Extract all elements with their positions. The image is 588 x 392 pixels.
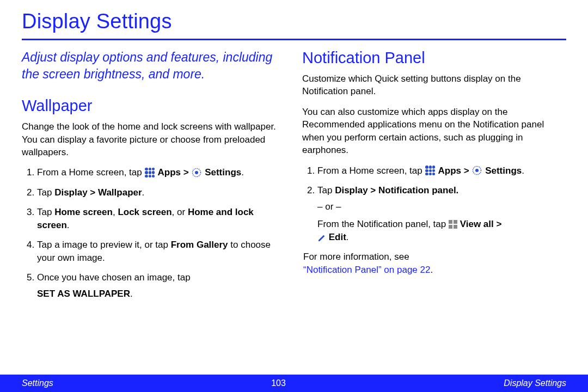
wallpaper-heading: Wallpaper: [22, 97, 286, 115]
svg-point-3: [475, 169, 479, 172]
view-all-icon: [449, 220, 457, 229]
wallpaper-step-4: Tap a image to preview it, or tap From G…: [37, 238, 286, 265]
notification-heading: Notification Panel: [302, 49, 566, 67]
footer-left: Settings: [22, 378, 53, 388]
notification-more-info: For more information, see “Notification …: [302, 250, 566, 277]
notification-step-1: From a Home screen, tap Apps > Settings.: [317, 164, 566, 177]
svg-point-1: [195, 171, 198, 174]
wallpaper-step-5: Once you have chosen an image, tap SET A…: [37, 271, 286, 301]
apps-icon: [145, 168, 155, 177]
wallpaper-step-3: Tap Home screen, Lock screen, or Home an…: [37, 206, 286, 232]
notification-panel-link[interactable]: “Notification Panel” on page 22: [303, 265, 430, 275]
notification-desc-1: Customize which Quick setting buttons di…: [302, 72, 566, 98]
notification-steps: From a Home screen, tap Apps > Settings.…: [302, 164, 566, 244]
wallpaper-step-1: From a Home screen, tap Apps > Settings.: [37, 166, 286, 179]
right-column: Notification Panel Customize which Quick…: [302, 49, 566, 307]
footer-right: Display Settings: [504, 378, 566, 388]
page-title: Display Settings: [22, 10, 566, 40]
intro-text: Adjust display options and features, inc…: [22, 49, 286, 83]
wallpaper-step-2: Tap Display > Wallpaper.: [37, 186, 286, 199]
page-footer: Settings 103 Display Settings: [0, 375, 588, 392]
gear-icon: [472, 166, 482, 175]
gear-icon: [192, 168, 201, 177]
wallpaper-desc: Change the look of the home and lock scr…: [22, 120, 286, 158]
pencil-icon: [317, 233, 326, 242]
notification-desc-2: You can also customize which apps displa…: [302, 106, 566, 157]
apps-icon: [425, 166, 435, 175]
left-column: Adjust display options and features, inc…: [22, 49, 286, 307]
footer-page-number: 103: [271, 378, 286, 388]
notification-step-2: Tap Display > Notification panel. – or –…: [317, 184, 566, 244]
wallpaper-steps: From a Home screen, tap Apps > Settings.…: [22, 166, 286, 301]
